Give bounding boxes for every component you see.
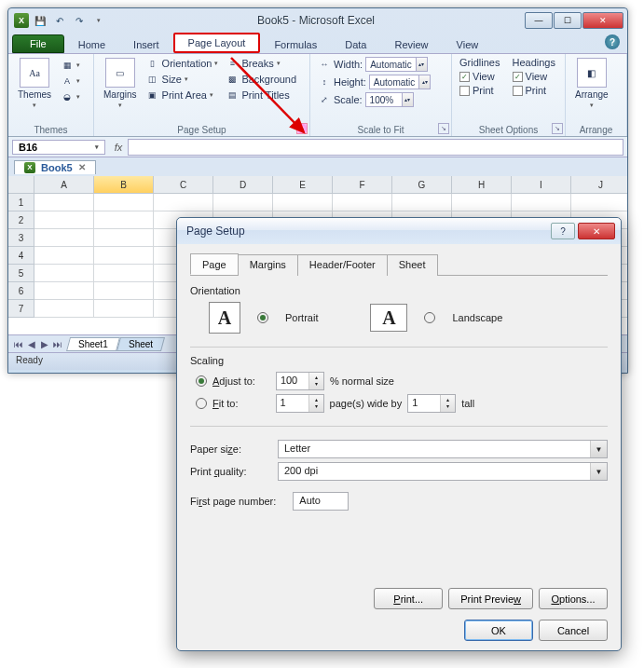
row-header-6[interactable]: 6 bbox=[8, 282, 34, 300]
theme-effects-button[interactable]: ◒▾ bbox=[59, 89, 82, 104]
headings-view-checkbox[interactable]: ✓View bbox=[511, 70, 560, 83]
gridlines-print-checkbox[interactable]: Print bbox=[458, 84, 507, 97]
workbook-tab-strip: X Book5 ✕ bbox=[8, 157, 627, 176]
dialog-close-button[interactable]: ✕ bbox=[578, 223, 615, 239]
tab-insert[interactable]: Insert bbox=[119, 35, 173, 53]
landscape-radio[interactable] bbox=[424, 312, 435, 323]
chevron-down-icon: ▼ bbox=[590, 441, 607, 457]
print-area-button[interactable]: ▣Print Area▾ bbox=[144, 88, 221, 102]
help-icon[interactable]: ? bbox=[605, 34, 620, 49]
print-preview-button[interactable]: Print Preview bbox=[448, 588, 533, 609]
col-header-c[interactable]: C bbox=[154, 176, 213, 194]
select-all-corner[interactable] bbox=[8, 176, 34, 194]
group-label-sheet-options: Sheet Options bbox=[452, 125, 565, 135]
col-header-e[interactable]: E bbox=[273, 176, 333, 194]
sheet-nav[interactable]: ⏮◀▶⏭ bbox=[12, 339, 64, 349]
tab-review[interactable]: Review bbox=[380, 35, 442, 53]
arrange-icon: ◧ bbox=[577, 58, 607, 88]
row-header-1[interactable]: 1 bbox=[8, 194, 34, 211]
col-header-h[interactable]: H bbox=[452, 176, 512, 194]
col-header-b[interactable]: B bbox=[94, 176, 154, 194]
theme-colors-button[interactable]: ▦▾ bbox=[59, 58, 82, 73]
row-header-2[interactable]: 2 bbox=[8, 211, 34, 229]
background-button[interactable]: ▩Background bbox=[224, 72, 298, 87]
tab-view[interactable]: View bbox=[443, 35, 493, 53]
qat-redo-icon[interactable]: ↷ bbox=[71, 12, 88, 29]
tab-page-layout[interactable]: Page Layout bbox=[173, 33, 261, 53]
sheet-tab-next[interactable]: Sheet bbox=[116, 337, 165, 351]
col-header-a[interactable]: A bbox=[34, 176, 94, 194]
row-header-3[interactable]: 3 bbox=[8, 229, 34, 247]
themes-button[interactable]: Aa Themes ▾ bbox=[14, 56, 55, 111]
qat-undo-icon[interactable]: ↶ bbox=[51, 12, 68, 29]
qat-save-icon[interactable]: 💾 bbox=[32, 12, 48, 29]
scale-spinner[interactable]: 100%▴▾ bbox=[365, 92, 414, 107]
adjust-to-radio[interactable] bbox=[196, 375, 207, 387]
width-label: Width: bbox=[334, 59, 363, 70]
maximize-button[interactable]: ☐ bbox=[554, 12, 582, 29]
row-headers[interactable]: 1 2 3 4 5 6 7 bbox=[8, 194, 34, 318]
sheet-tab-sheet1[interactable]: Sheet1 bbox=[66, 337, 120, 351]
margins-button[interactable]: ▭ Margins ▾ bbox=[100, 56, 141, 111]
col-header-j[interactable]: J bbox=[571, 176, 627, 194]
tab-file[interactable]: File bbox=[12, 34, 64, 53]
first-page-input[interactable]: Auto bbox=[293, 492, 349, 511]
theme-fonts-button[interactable]: A▾ bbox=[59, 74, 82, 89]
headings-header: Headings bbox=[511, 56, 560, 69]
formula-input[interactable] bbox=[128, 139, 623, 156]
tab-formulas[interactable]: Formulas bbox=[260, 35, 331, 53]
print-button[interactable]: Print... bbox=[374, 588, 443, 609]
dialog-tab-page[interactable]: Page bbox=[190, 253, 239, 275]
orientation-button[interactable]: ▯Orientation▾ bbox=[144, 56, 221, 71]
height-combo[interactable]: Automatic▴▾ bbox=[369, 75, 431, 89]
adjust-to-spinner[interactable]: 100▴▾ bbox=[276, 372, 324, 390]
options-button[interactable]: Options... bbox=[539, 588, 608, 609]
row-header-7[interactable]: 7 bbox=[8, 300, 34, 318]
col-header-d[interactable]: D bbox=[213, 176, 273, 194]
qat-customize-icon[interactable]: ▾ bbox=[90, 12, 107, 29]
name-box[interactable]: B16▾ bbox=[12, 140, 105, 155]
minimize-button[interactable]: — bbox=[525, 12, 553, 29]
breaks-button[interactable]: ≡Breaks▾ bbox=[224, 56, 298, 71]
row-header-4[interactable]: 4 bbox=[8, 247, 34, 265]
col-header-g[interactable]: G bbox=[392, 176, 452, 194]
size-button[interactable]: ◫Size▾ bbox=[144, 72, 221, 87]
scale-icon: ⤢ bbox=[318, 93, 331, 106]
checkbox-icon bbox=[513, 86, 523, 96]
headings-print-checkbox[interactable]: Print bbox=[511, 84, 560, 97]
dialog-tab-sheet[interactable]: Sheet bbox=[387, 254, 438, 276]
fit-to-radio[interactable] bbox=[196, 398, 207, 409]
arrange-button[interactable]: ◧ Arrange ▾ bbox=[571, 56, 612, 111]
close-window-button[interactable]: ✕ bbox=[582, 12, 623, 29]
ok-button[interactable]: OK bbox=[464, 620, 533, 641]
portrait-icon: A bbox=[209, 302, 240, 334]
cancel-button[interactable]: Cancel bbox=[539, 620, 608, 641]
checkbox-checked-icon: ✓ bbox=[459, 72, 470, 82]
group-themes: Aa Themes ▾ ▦▾ A▾ ◒▾ Themes bbox=[8, 54, 94, 136]
divider bbox=[190, 426, 608, 427]
tab-home[interactable]: Home bbox=[64, 35, 119, 53]
portrait-radio[interactable] bbox=[257, 312, 268, 323]
dialog-tab-header-footer[interactable]: Header/Footer bbox=[297, 254, 388, 276]
col-header-i[interactable]: I bbox=[512, 176, 571, 194]
gridlines-view-checkbox[interactable]: ✓View bbox=[458, 70, 507, 83]
orientation-icon: ▯ bbox=[146, 57, 159, 70]
paper-size-combo[interactable]: Letter▼ bbox=[278, 440, 608, 458]
col-header-f[interactable]: F bbox=[333, 176, 392, 194]
dialog-help-button[interactable]: ? bbox=[551, 223, 575, 239]
checkbox-icon bbox=[459, 86, 470, 96]
print-quality-combo[interactable]: 200 dpi▼ bbox=[278, 462, 608, 481]
column-headers[interactable]: A B C D E F G H I J bbox=[34, 176, 627, 194]
fit-tall-spinner[interactable]: 1▴▾ bbox=[407, 394, 456, 413]
close-tab-icon[interactable]: ✕ bbox=[78, 162, 86, 172]
fx-icon[interactable]: fx bbox=[109, 142, 128, 153]
width-combo[interactable]: Automatic▴▾ bbox=[365, 57, 427, 72]
effects-icon: ◒ bbox=[61, 90, 74, 103]
tab-data[interactable]: Data bbox=[331, 35, 380, 53]
print-titles-button[interactable]: ▤Print Titles bbox=[224, 88, 298, 102]
first-page-label: First page number: bbox=[190, 496, 276, 507]
dialog-tab-margins[interactable]: Margins bbox=[238, 254, 298, 276]
workbook-tab[interactable]: X Book5 ✕ bbox=[14, 160, 96, 174]
row-header-5[interactable]: 5 bbox=[8, 265, 34, 282]
fit-wide-spinner[interactable]: 1▴▾ bbox=[276, 394, 324, 413]
